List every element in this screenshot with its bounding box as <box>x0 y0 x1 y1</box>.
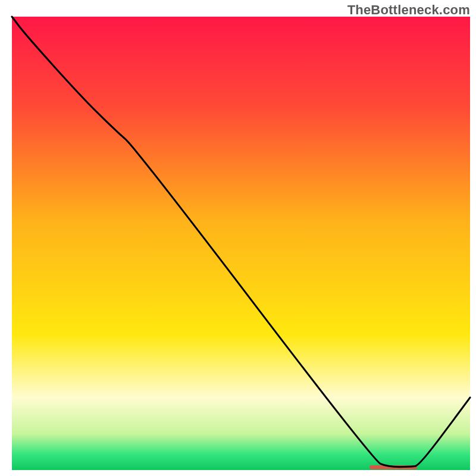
attribution-label: TheBottleneck.com <box>347 2 470 18</box>
chart-background <box>12 17 470 470</box>
bottleneck-chart <box>0 0 476 476</box>
chart-container: TheBottleneck.com <box>0 0 476 476</box>
